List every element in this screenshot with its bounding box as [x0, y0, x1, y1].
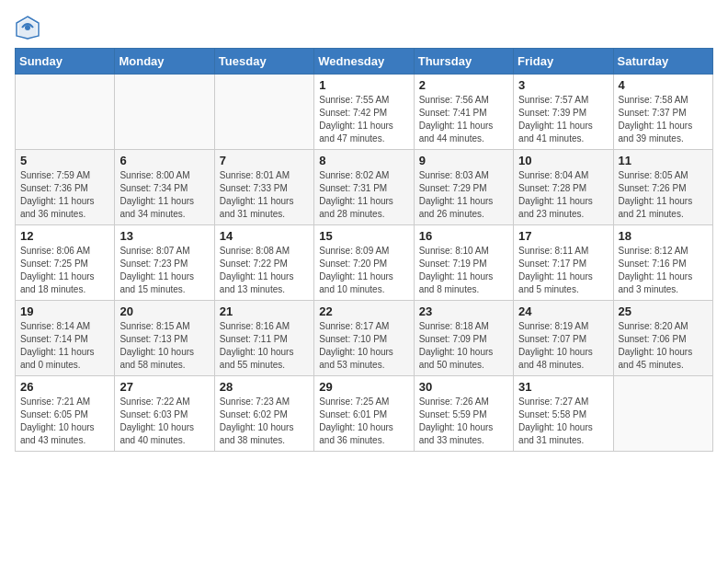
calendar-cell: 7Sunrise: 8:01 AM Sunset: 7:33 PM Daylig… [214, 150, 313, 225]
week-row-2: 5Sunrise: 7:59 AM Sunset: 7:36 PM Daylig… [16, 150, 713, 225]
day-info: Sunrise: 8:11 AM Sunset: 7:17 PM Dayligh… [518, 245, 608, 296]
day-info: Sunrise: 7:25 AM Sunset: 6:01 PM Dayligh… [319, 396, 408, 447]
day-info: Sunrise: 7:55 AM Sunset: 7:42 PM Dayligh… [319, 94, 408, 145]
day-info: Sunrise: 8:03 AM Sunset: 7:29 PM Dayligh… [419, 169, 508, 221]
day-info: Sunrise: 8:04 AM Sunset: 7:28 PM Dayligh… [518, 169, 608, 221]
calendar-cell: 15Sunrise: 8:09 AM Sunset: 7:20 PM Dayli… [314, 225, 414, 301]
calendar-cell: 29Sunrise: 7:25 AM Sunset: 6:01 PM Dayli… [314, 376, 414, 452]
calendar-cell: 16Sunrise: 8:10 AM Sunset: 7:19 PM Dayli… [414, 225, 513, 301]
day-number: 11 [619, 154, 708, 167]
calendar-cell [613, 376, 712, 452]
week-row-4: 19Sunrise: 8:14 AM Sunset: 7:14 PM Dayli… [16, 301, 713, 376]
day-number: 28 [220, 380, 309, 394]
weekday-header-tuesday: Tuesday [214, 49, 313, 75]
day-info: Sunrise: 8:18 AM Sunset: 7:09 PM Dayligh… [419, 320, 508, 372]
calendar-cell: 5Sunrise: 7:59 AM Sunset: 7:36 PM Daylig… [16, 150, 115, 225]
day-number: 27 [119, 380, 209, 394]
day-info: Sunrise: 8:14 AM Sunset: 7:14 PM Dayligh… [20, 320, 109, 372]
calendar-cell: 9Sunrise: 8:03 AM Sunset: 7:29 PM Daylig… [414, 150, 513, 225]
calendar-cell: 19Sunrise: 8:14 AM Sunset: 7:14 PM Dayli… [16, 301, 115, 376]
day-info: Sunrise: 8:10 AM Sunset: 7:19 PM Dayligh… [419, 245, 508, 296]
day-info: Sunrise: 8:02 AM Sunset: 7:31 PM Dayligh… [319, 169, 408, 221]
weekday-header-friday: Friday [514, 49, 613, 75]
calendar-cell [214, 75, 313, 150]
day-number: 15 [319, 229, 408, 243]
calendar-cell: 21Sunrise: 8:16 AM Sunset: 7:11 PM Dayli… [214, 301, 313, 376]
day-number: 5 [20, 154, 109, 167]
day-info: Sunrise: 8:08 AM Sunset: 7:22 PM Dayligh… [220, 245, 309, 296]
day-info: Sunrise: 8:17 AM Sunset: 7:10 PM Dayligh… [319, 320, 408, 372]
weekday-header-monday: Monday [115, 49, 214, 75]
calendar-cell: 3Sunrise: 7:57 AM Sunset: 7:39 PM Daylig… [514, 75, 613, 150]
logo-icon [15, 15, 40, 40]
weekday-header-thursday: Thursday [414, 49, 513, 75]
calendar-cell: 24Sunrise: 8:19 AM Sunset: 7:07 PM Dayli… [514, 301, 613, 376]
day-number: 31 [518, 380, 608, 394]
week-row-1: 1Sunrise: 7:55 AM Sunset: 7:42 PM Daylig… [16, 75, 713, 150]
day-number: 14 [220, 229, 309, 243]
day-number: 1 [319, 78, 408, 92]
day-info: Sunrise: 8:15 AM Sunset: 7:13 PM Dayligh… [119, 320, 209, 372]
calendar-cell: 13Sunrise: 8:07 AM Sunset: 7:23 PM Dayli… [115, 225, 214, 301]
calendar-cell: 28Sunrise: 7:23 AM Sunset: 6:02 PM Dayli… [214, 376, 313, 452]
day-info: Sunrise: 7:59 AM Sunset: 7:36 PM Dayligh… [20, 169, 109, 221]
calendar-cell: 18Sunrise: 8:12 AM Sunset: 7:16 PM Dayli… [613, 225, 712, 301]
weekday-header-sunday: Sunday [16, 49, 115, 75]
day-info: Sunrise: 8:07 AM Sunset: 7:23 PM Dayligh… [119, 245, 209, 296]
calendar-cell: 30Sunrise: 7:26 AM Sunset: 5:59 PM Dayli… [414, 376, 513, 452]
day-number: 18 [619, 229, 708, 243]
weekday-header-row: SundayMondayTuesdayWednesdayThursdayFrid… [16, 49, 713, 75]
day-number: 22 [319, 304, 408, 318]
calendar-cell: 31Sunrise: 7:27 AM Sunset: 5:58 PM Dayli… [514, 376, 613, 452]
day-info: Sunrise: 7:23 AM Sunset: 6:02 PM Dayligh… [220, 396, 309, 447]
calendar-table: SundayMondayTuesdayWednesdayThursdayFrid… [15, 48, 713, 452]
day-info: Sunrise: 7:56 AM Sunset: 7:41 PM Dayligh… [419, 94, 508, 145]
day-number: 17 [518, 229, 608, 243]
day-number: 29 [319, 380, 408, 394]
calendar-cell: 1Sunrise: 7:55 AM Sunset: 7:42 PM Daylig… [314, 75, 414, 150]
day-number: 19 [20, 304, 109, 318]
calendar-cell: 8Sunrise: 8:02 AM Sunset: 7:31 PM Daylig… [314, 150, 414, 225]
day-info: Sunrise: 8:09 AM Sunset: 7:20 PM Dayligh… [319, 245, 408, 296]
day-number: 9 [419, 154, 508, 167]
calendar-cell: 11Sunrise: 8:05 AM Sunset: 7:26 PM Dayli… [613, 150, 712, 225]
day-number: 30 [419, 380, 508, 394]
calendar-cell [16, 75, 115, 150]
calendar-cell: 25Sunrise: 8:20 AM Sunset: 7:06 PM Dayli… [613, 301, 712, 376]
day-number: 13 [119, 229, 209, 243]
day-info: Sunrise: 7:26 AM Sunset: 5:59 PM Dayligh… [419, 396, 508, 447]
day-number: 25 [619, 304, 708, 318]
day-number: 7 [220, 154, 309, 167]
week-row-3: 12Sunrise: 8:06 AM Sunset: 7:25 PM Dayli… [16, 225, 713, 301]
calendar-cell: 2Sunrise: 7:56 AM Sunset: 7:41 PM Daylig… [414, 75, 513, 150]
day-info: Sunrise: 7:57 AM Sunset: 7:39 PM Dayligh… [518, 94, 608, 145]
svg-point-2 [25, 25, 30, 30]
day-number: 10 [518, 154, 608, 167]
day-number: 20 [119, 304, 209, 318]
calendar-cell: 20Sunrise: 8:15 AM Sunset: 7:13 PM Dayli… [115, 301, 214, 376]
day-number: 4 [619, 78, 708, 92]
day-info: Sunrise: 8:01 AM Sunset: 7:33 PM Dayligh… [220, 169, 309, 221]
day-number: 23 [419, 304, 508, 318]
calendar-cell: 26Sunrise: 7:21 AM Sunset: 6:05 PM Dayli… [16, 376, 115, 452]
day-number: 8 [319, 154, 408, 167]
day-info: Sunrise: 7:21 AM Sunset: 6:05 PM Dayligh… [20, 396, 109, 447]
day-info: Sunrise: 8:16 AM Sunset: 7:11 PM Dayligh… [220, 320, 309, 372]
day-info: Sunrise: 7:58 AM Sunset: 7:37 PM Dayligh… [619, 94, 708, 145]
calendar-cell: 10Sunrise: 8:04 AM Sunset: 7:28 PM Dayli… [514, 150, 613, 225]
logo [15, 15, 44, 40]
weekday-header-wednesday: Wednesday [314, 49, 414, 75]
day-info: Sunrise: 8:12 AM Sunset: 7:16 PM Dayligh… [619, 245, 708, 296]
day-number: 2 [419, 78, 508, 92]
calendar-cell: 17Sunrise: 8:11 AM Sunset: 7:17 PM Dayli… [514, 225, 613, 301]
calendar-cell: 22Sunrise: 8:17 AM Sunset: 7:10 PM Dayli… [314, 301, 414, 376]
day-info: Sunrise: 8:05 AM Sunset: 7:26 PM Dayligh… [619, 169, 708, 221]
calendar-cell: 14Sunrise: 8:08 AM Sunset: 7:22 PM Dayli… [214, 225, 313, 301]
calendar-cell: 23Sunrise: 8:18 AM Sunset: 7:09 PM Dayli… [414, 301, 513, 376]
day-number: 6 [119, 154, 209, 167]
day-info: Sunrise: 7:22 AM Sunset: 6:03 PM Dayligh… [119, 396, 209, 447]
day-number: 26 [20, 380, 109, 394]
calendar-cell: 6Sunrise: 8:00 AM Sunset: 7:34 PM Daylig… [115, 150, 214, 225]
day-info: Sunrise: 8:19 AM Sunset: 7:07 PM Dayligh… [518, 320, 608, 372]
calendar-cell: 27Sunrise: 7:22 AM Sunset: 6:03 PM Dayli… [115, 376, 214, 452]
